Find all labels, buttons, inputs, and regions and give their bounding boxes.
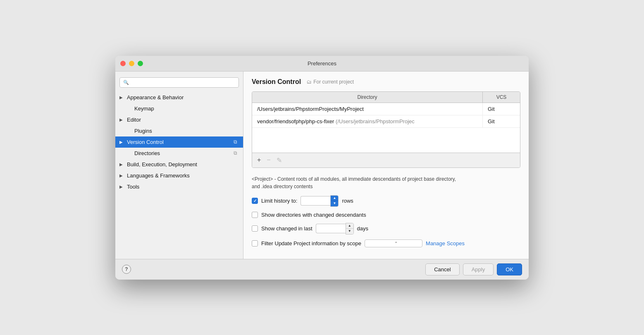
arrow-icon: ▶ xyxy=(119,140,125,144)
subtitle-icon: 🗂 xyxy=(307,79,312,85)
close-button[interactable] xyxy=(120,61,126,66)
show-changed-suffix: days xyxy=(357,225,368,232)
subtitle-text: For current project xyxy=(313,79,354,85)
row-directory: /Users/jetbrains/PhpstormProjects/MyProj… xyxy=(252,103,483,115)
row-vcs: Git xyxy=(483,103,520,115)
sidebar-item-plugins[interactable]: Plugins xyxy=(115,125,243,136)
limit-history-row: Limit history to: 1,000 ▲ ▼ rows xyxy=(252,195,520,207)
spinner2-up[interactable]: ▲ xyxy=(346,223,353,229)
row-directory: vendor/friendsofphp/php-cs-fixer (/Users… xyxy=(252,115,483,127)
cancel-button[interactable]: Cancel xyxy=(425,263,459,275)
column-header-directory: Directory xyxy=(252,92,483,103)
show-changed-input[interactable]: 31 xyxy=(316,224,346,233)
ok-button[interactable]: OK xyxy=(497,263,522,275)
sidebar-item-version-control[interactable]: ▶ Version Control ⧉ xyxy=(115,136,243,148)
table-toolbar: + − ✎ xyxy=(252,153,520,168)
limit-history-label: Limit history to: xyxy=(261,198,297,204)
sidebar-item-tools[interactable]: ▶ Tools xyxy=(115,181,243,192)
preferences-dialog: Preferences 🔍 ▶ Appearance & Behavior Ke… xyxy=(115,56,529,280)
row-directory-extra: (/Users/jetbrains/PhpstormProjec xyxy=(336,118,415,124)
edit-button[interactable]: ✎ xyxy=(275,156,284,165)
dialog-title: Preferences xyxy=(308,60,336,67)
search-bar: 🔍 xyxy=(115,75,243,92)
arrow-icon: ▶ xyxy=(119,162,125,167)
spinner2-buttons: ▲ ▼ xyxy=(346,223,354,234)
limit-history-spinner: 1,000 ▲ ▼ xyxy=(301,195,339,207)
scope-dropdown[interactable]: ⌃ xyxy=(365,239,422,247)
maximize-button[interactable] xyxy=(138,61,143,66)
table-header: Directory VCS xyxy=(252,92,520,103)
arrow-icon: ▶ xyxy=(119,117,125,122)
sidebar-item-label: Directories xyxy=(134,150,232,156)
filter-update-checkbox[interactable] xyxy=(252,240,258,246)
chevron-down-icon: ⌃ xyxy=(394,241,420,246)
search-input[interactable] xyxy=(131,79,235,86)
show-changed-label: Show changed in last xyxy=(261,225,312,232)
help-button[interactable]: ? xyxy=(122,265,131,274)
panel-title: Version Control xyxy=(252,78,301,86)
limit-history-input[interactable]: 1,000 xyxy=(301,196,330,206)
apply-button[interactable]: Apply xyxy=(463,263,494,275)
show-directories-checkbox[interactable] xyxy=(252,212,258,218)
spinner-down[interactable]: ▼ xyxy=(331,201,338,206)
search-wrap[interactable]: 🔍 xyxy=(119,77,239,88)
minimize-button[interactable] xyxy=(129,61,134,66)
copy-icon-2: ⧉ xyxy=(234,150,237,156)
limit-history-checkbox[interactable] xyxy=(252,198,258,204)
limit-history-suffix: rows xyxy=(342,198,353,204)
hint-text: <Project> - Content roots of all modules… xyxy=(252,175,520,190)
show-directories-label: Show directories with changed descendant… xyxy=(261,212,366,218)
content-area: 🔍 ▶ Appearance & Behavior Keymap ▶ Edito… xyxy=(115,72,529,259)
show-changed-spinner: 31 ▲ ▼ xyxy=(316,223,354,234)
arrow-icon: ▶ xyxy=(119,184,125,189)
sidebar-item-label: Editor xyxy=(127,117,237,123)
sidebar-item-label: Keymap xyxy=(134,105,237,112)
sidebar-item-label: Version Control xyxy=(127,139,232,145)
sidebar-item-build[interactable]: ▶ Build, Execution, Deployment xyxy=(115,159,243,170)
panel-header: Version Control 🗂 For current project xyxy=(252,78,520,86)
filter-update-label: Filter Update Project information by sco… xyxy=(261,240,361,246)
sidebar-item-directories[interactable]: Directories ⧉ xyxy=(115,148,243,159)
spinner-buttons: ▲ ▼ xyxy=(330,195,339,207)
manage-scopes-link[interactable]: Manage Scopes xyxy=(426,240,465,246)
column-header-vcs: VCS xyxy=(483,92,520,103)
sidebar-item-label: Appearance & Behavior xyxy=(127,94,237,100)
sidebar-item-label: Languages & Frameworks xyxy=(127,172,237,179)
spinner-up[interactable]: ▲ xyxy=(331,196,338,201)
show-changed-checkbox[interactable] xyxy=(252,225,258,232)
footer: ? Cancel Apply OK xyxy=(115,259,529,280)
footer-left: ? xyxy=(122,265,131,274)
search-icon: 🔍 xyxy=(123,80,129,85)
sidebar-item-languages[interactable]: ▶ Languages & Frameworks xyxy=(115,170,243,181)
arrow-icon: ▶ xyxy=(119,173,125,178)
show-directories-row: Show directories with changed descendant… xyxy=(252,212,520,218)
vcs-table: Directory VCS /Users/jetbrains/PhpstormP… xyxy=(252,91,520,168)
panel-subtitle: 🗂 For current project xyxy=(307,79,354,85)
sidebar-item-label: Tools xyxy=(127,184,237,190)
sidebar-item-label: Plugins xyxy=(134,128,237,134)
show-changed-row: Show changed in last 31 ▲ ▼ days xyxy=(252,223,520,234)
titlebar: Preferences xyxy=(115,56,529,72)
sidebar: 🔍 ▶ Appearance & Behavior Keymap ▶ Edito… xyxy=(115,72,243,259)
sidebar-item-editor[interactable]: ▶ Editor xyxy=(115,114,243,125)
sidebar-item-label: Build, Execution, Deployment xyxy=(127,161,237,168)
table-body: /Users/jetbrains/PhpstormProjects/MyProj… xyxy=(252,103,520,153)
window-controls xyxy=(120,61,143,66)
spinner2-down[interactable]: ▼ xyxy=(346,229,353,234)
table-row[interactable]: /Users/jetbrains/PhpstormProjects/MyProj… xyxy=(252,103,520,115)
arrow-icon: ▶ xyxy=(119,95,125,100)
row-vcs: Git xyxy=(483,115,520,127)
table-row[interactable]: vendor/friendsofphp/php-cs-fixer (/Users… xyxy=(252,115,520,128)
filter-update-row: Filter Update Project information by sco… xyxy=(252,239,520,247)
add-button[interactable]: + xyxy=(255,156,262,165)
sidebar-item-keymap[interactable]: Keymap xyxy=(115,103,243,114)
sidebar-item-appearance-behavior[interactable]: ▶ Appearance & Behavior xyxy=(115,92,243,103)
table-spacer xyxy=(252,128,520,153)
copy-icon: ⧉ xyxy=(234,139,237,145)
main-panel: Version Control 🗂 For current project Di… xyxy=(243,72,529,259)
remove-button[interactable]: − xyxy=(265,156,272,165)
